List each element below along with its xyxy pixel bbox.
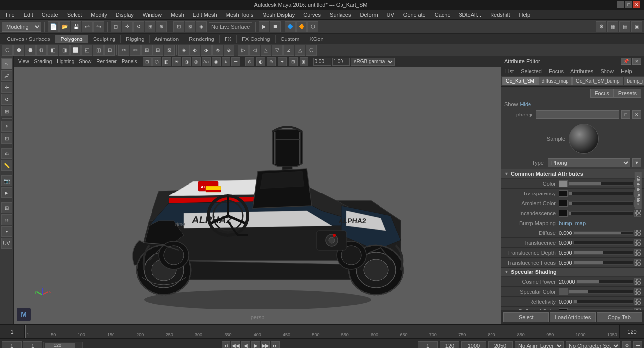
vp-icon-f[interactable]: ▣ bbox=[300, 57, 308, 66]
vp-ao[interactable]: ◎ bbox=[192, 57, 201, 66]
poly-tb-4[interactable]: ⏣ bbox=[36, 45, 47, 56]
lighting-menu[interactable]: Lighting bbox=[55, 59, 76, 64]
poly-tb-5[interactable]: ◧ bbox=[47, 45, 58, 56]
lt-rotate[interactable]: ↺ bbox=[1, 94, 12, 105]
vp-icon-c[interactable]: ⊕ bbox=[267, 57, 276, 66]
menu-cache[interactable]: Cache bbox=[431, 11, 455, 19]
toolbar-layout2[interactable]: ▤ bbox=[619, 21, 630, 32]
attr-tab-help[interactable]: Help bbox=[619, 67, 634, 75]
translucence-depth-slider[interactable] bbox=[573, 251, 633, 255]
attr-editor-vertical-tab[interactable]: Attribute Editor bbox=[635, 172, 642, 209]
poly-tb-13[interactable]: ⊞ bbox=[141, 45, 152, 56]
lt-deform[interactable]: ≋ bbox=[1, 214, 12, 225]
playback-extra[interactable]: ☰ bbox=[633, 341, 642, 348]
color-slider[interactable] bbox=[568, 182, 633, 186]
reflectivity-checker[interactable] bbox=[634, 298, 641, 305]
mat-tab-diffuse-map[interactable]: diffuse_map bbox=[538, 77, 572, 85]
presets-button[interactable]: Presets bbox=[614, 89, 641, 98]
playback-prev-frame[interactable]: ◀◀ bbox=[231, 341, 240, 348]
cosine-checker[interactable] bbox=[634, 278, 641, 285]
tab-xgen[interactable]: XGen bbox=[304, 35, 329, 43]
tab-custom[interactable]: Custom bbox=[276, 35, 305, 43]
toolbar-undo[interactable]: ↩ bbox=[82, 21, 93, 32]
toolbar-icon2[interactable]: 🔶 bbox=[296, 21, 307, 32]
window-controls[interactable]: — □ ✕ bbox=[617, 1, 640, 8]
playback-speed-input[interactable] bbox=[488, 341, 513, 348]
color-swatch[interactable] bbox=[559, 180, 568, 187]
phongi-name-input[interactable]: Go_Kart_SM bbox=[536, 110, 619, 119]
vp-hud[interactable]: ☰ bbox=[231, 57, 240, 66]
menu-curves[interactable]: Curves bbox=[300, 11, 325, 19]
lt-camera[interactable]: 📷 bbox=[1, 175, 12, 186]
poly-tb-17[interactable]: ⬖ bbox=[189, 45, 200, 56]
lt-select[interactable]: ↖ bbox=[1, 58, 12, 69]
specular-color-checker[interactable] bbox=[634, 288, 641, 295]
copy-tab-button[interactable]: Copy Tab bbox=[597, 312, 642, 322]
poly-tb-20[interactable]: ⬙ bbox=[224, 45, 234, 56]
attr-tab-list[interactable]: List bbox=[503, 67, 516, 75]
toolbar-render1[interactable]: ▶ bbox=[259, 21, 269, 32]
menu-window[interactable]: Window bbox=[139, 11, 166, 19]
poly-tb-21[interactable]: ▷ bbox=[238, 45, 249, 56]
menu-modify[interactable]: Modify bbox=[87, 11, 111, 19]
menu-deform[interactable]: Deform bbox=[356, 11, 381, 19]
playback-back[interactable]: ◀ bbox=[241, 341, 250, 348]
tab-sculpting[interactable]: Sculpting bbox=[88, 35, 121, 43]
menu-3dtoall[interactable]: 3DtoAll... bbox=[455, 11, 486, 19]
toolbar-new[interactable]: 📄 bbox=[48, 21, 59, 32]
poly-tb-19[interactable]: ⬘ bbox=[212, 45, 223, 56]
poly-tb-24[interactable]: ▽ bbox=[272, 45, 283, 56]
poly-tb-1[interactable]: ⬡ bbox=[2, 45, 13, 56]
tab-curves-surfaces[interactable]: Curves / Surfaces bbox=[2, 35, 55, 43]
vp-textured[interactable]: ◧ bbox=[162, 57, 171, 66]
diffuse-slider[interactable] bbox=[573, 231, 633, 235]
incandescence-swatch[interactable] bbox=[559, 210, 568, 217]
menu-mesh[interactable]: Mesh bbox=[167, 11, 188, 19]
module-dropdown[interactable]: Modeling bbox=[2, 22, 41, 32]
lt-move[interactable]: ✛ bbox=[1, 82, 12, 93]
poly-tb-2[interactable]: ⬢ bbox=[13, 45, 24, 56]
translucence-checker[interactable] bbox=[634, 239, 641, 246]
incandescence-slider[interactable] bbox=[568, 211, 633, 215]
vp-icon-d[interactable]: ✦ bbox=[278, 57, 287, 66]
lt-sculpt[interactable]: ✦ bbox=[1, 226, 12, 237]
playback-go-end[interactable]: ⏭ bbox=[271, 341, 280, 348]
playback-go-start[interactable]: ⏮ bbox=[222, 341, 230, 348]
menu-mesh-display[interactable]: Mesh Display bbox=[258, 11, 299, 19]
hide-link[interactable]: Hide bbox=[520, 101, 531, 107]
poly-tb-6[interactable]: ◨ bbox=[59, 45, 70, 56]
playback-settings[interactable]: ⚙ bbox=[622, 341, 631, 348]
menu-surfaces[interactable]: Surfaces bbox=[326, 11, 355, 19]
poly-tb-11[interactable]: ✂ bbox=[118, 45, 129, 56]
toolbar-snap1[interactable]: ⊡ bbox=[173, 21, 184, 32]
panels-menu[interactable]: Panels bbox=[120, 59, 139, 64]
toolbar-render2[interactable]: ⏹ bbox=[270, 21, 281, 32]
attr-tab-selected[interactable]: Selected bbox=[519, 67, 544, 75]
menu-edit-mesh[interactable]: Edit Mesh bbox=[189, 11, 221, 19]
lt-scale[interactable]: ⊞ bbox=[1, 106, 12, 116]
tab-animation[interactable]: Animation bbox=[150, 35, 184, 43]
menu-file[interactable]: File bbox=[2, 11, 19, 19]
shading-menu[interactable]: Shading bbox=[33, 59, 54, 64]
toolbar-snap2[interactable]: ⊠ bbox=[185, 21, 195, 32]
specular-color-swatch[interactable] bbox=[559, 288, 568, 295]
camera-input[interactable] bbox=[313, 58, 331, 66]
tab-fx-caching[interactable]: FX Caching bbox=[237, 35, 275, 43]
phongi-close-btn[interactable]: ✕ bbox=[632, 110, 641, 119]
poly-tb-3[interactable]: ⬣ bbox=[25, 45, 36, 56]
lt-lasso[interactable]: ⌖ bbox=[1, 121, 12, 132]
toolbar-open[interactable]: 📂 bbox=[59, 21, 70, 32]
menu-redshift[interactable]: Redshift bbox=[486, 11, 514, 19]
poly-tb-7[interactable]: ⬜ bbox=[70, 45, 81, 56]
tab-rendering[interactable]: Rendering bbox=[184, 35, 220, 43]
attributes-scroll-area[interactable]: ▼ Common Material Attributes Color Trans… bbox=[501, 169, 644, 310]
lt-marquee[interactable]: ⊡ bbox=[1, 133, 12, 144]
maximize-btn[interactable]: □ bbox=[625, 1, 632, 8]
vp-aa[interactable]: Aa bbox=[202, 57, 211, 66]
poly-tb-22[interactable]: ◁ bbox=[249, 45, 260, 56]
toolbar-icon1[interactable]: 🔷 bbox=[285, 21, 296, 32]
reflectivity-slider[interactable] bbox=[573, 300, 633, 304]
color-space-select[interactable]: sRGB gamma bbox=[351, 58, 395, 66]
range-end-input[interactable] bbox=[440, 341, 459, 348]
timeline-track[interactable]: 1 50 100 150 200 250 300 350 400 450 500… bbox=[25, 325, 619, 338]
